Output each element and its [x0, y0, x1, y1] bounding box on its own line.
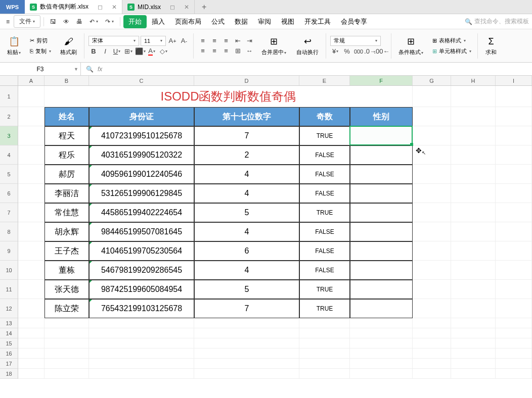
cell-A10[interactable] — [18, 261, 45, 280]
cell-E7[interactable]: TRUE — [299, 203, 350, 222]
row-header-2[interactable]: 2 — [0, 107, 18, 126]
cell-F10[interactable] — [350, 261, 413, 280]
cell-G9[interactable] — [413, 241, 451, 261]
cell-B5[interactable]: 郝厉 — [45, 165, 89, 184]
format-painter-button[interactable]: 🖌 格式刷 — [57, 34, 80, 57]
cell-A3[interactable] — [18, 126, 45, 145]
tab-close-icon[interactable]: ✕ — [112, 4, 117, 11]
cell-D3[interactable]: 7 — [194, 126, 299, 145]
cell-D6[interactable]: 4 — [194, 184, 299, 203]
cell-F8[interactable] — [350, 222, 413, 241]
cell-H7[interactable] — [451, 203, 496, 222]
col-header-A[interactable]: A — [18, 76, 45, 85]
cell-E8[interactable]: FALSE — [299, 222, 350, 241]
cell-B3[interactable]: 程天 — [45, 126, 89, 145]
cell-I11[interactable] — [496, 280, 532, 299]
cell-D17[interactable] — [194, 359, 299, 369]
undo-button[interactable]: ↶▾ — [86, 16, 101, 27]
cell-G17[interactable] — [413, 359, 451, 369]
decrease-indent-button[interactable]: ⇤ — [233, 36, 243, 45]
cell-I17[interactable] — [496, 359, 532, 369]
align-right-button[interactable]: ≡ — [221, 46, 231, 56]
cell-A6[interactable] — [18, 184, 45, 203]
row-header-5[interactable]: 5 — [0, 165, 18, 184]
cell-C4[interactable]: 403165199905120322 — [89, 145, 194, 165]
cell-F13[interactable] — [350, 318, 413, 328]
row-header-13[interactable]: 13 — [0, 318, 18, 328]
orientation-button[interactable]: ⊞ — [233, 46, 243, 56]
menu-tab-审阅[interactable]: 审阅 — [253, 15, 276, 28]
cell-B12[interactable]: 陈立荣 — [45, 299, 89, 318]
cell-H10[interactable] — [451, 261, 496, 280]
cell-F9[interactable] — [350, 241, 413, 261]
cell-C17[interactable] — [89, 359, 194, 369]
row-header-1[interactable]: 1 — [0, 86, 18, 107]
cell-F18[interactable] — [350, 369, 413, 379]
cell-H4[interactable] — [451, 145, 496, 165]
cell-D7[interactable]: 5 — [194, 203, 299, 222]
cell-D5[interactable]: 4 — [194, 165, 299, 184]
cell-G5[interactable] — [413, 165, 451, 184]
cell-H18[interactable] — [451, 369, 496, 379]
cell-H16[interactable] — [451, 349, 496, 359]
align-left-button[interactable]: ≡ — [198, 46, 208, 56]
border-button[interactable]: ⊞▾ — [123, 47, 134, 56]
cell-C2[interactable]: 身份证 — [89, 107, 194, 126]
col-header-E[interactable]: E — [299, 76, 350, 85]
cell-G13[interactable] — [413, 318, 451, 328]
cell-H15[interactable] — [451, 338, 496, 349]
row-header-18[interactable]: 18 — [0, 369, 18, 379]
cell-G4[interactable] — [413, 145, 451, 165]
cell-G6[interactable] — [413, 184, 451, 203]
copy-button[interactable]: ⎘复制▾ — [28, 46, 53, 56]
cell-D4[interactable]: 2 — [194, 145, 299, 165]
underline-button[interactable]: U▾ — [112, 47, 122, 56]
cell-D13[interactable] — [194, 318, 299, 328]
italic-button[interactable]: I — [100, 47, 110, 56]
align-middle-button[interactable]: ≡ — [209, 36, 219, 45]
cell-A9[interactable] — [18, 241, 45, 261]
cell-F11[interactable] — [350, 280, 413, 299]
cell-G3[interactable] — [413, 126, 451, 145]
cell-I16[interactable] — [496, 349, 532, 359]
table-style-button[interactable]: ⊞表格样式▾ — [430, 36, 473, 45]
cell-A7[interactable] — [18, 203, 45, 222]
cell-A17[interactable] — [18, 359, 45, 369]
new-tab-button[interactable]: + — [195, 0, 213, 14]
cell-F4[interactable] — [350, 145, 413, 165]
cell-G2[interactable] — [413, 107, 451, 126]
cell-C7[interactable]: 445865199402224654 — [89, 203, 194, 222]
cell-C16[interactable] — [89, 349, 194, 359]
menu-tab-数据[interactable]: 数据 — [230, 15, 253, 28]
print-button[interactable]: 🖶 — [73, 16, 85, 27]
menu-tab-开发工具[interactable]: 开发工具 — [299, 15, 336, 28]
decrease-decimal-button[interactable]: .00← — [377, 47, 387, 56]
cell-F16[interactable] — [350, 349, 413, 359]
cell-I3[interactable] — [496, 126, 532, 145]
col-header-I[interactable]: I — [496, 76, 532, 85]
cell-B10[interactable]: 董栋 — [45, 261, 89, 280]
cell-H8[interactable] — [451, 222, 496, 241]
menu-tab-插入[interactable]: 插入 — [147, 15, 170, 28]
cell-E4[interactable]: FALSE — [299, 145, 350, 165]
cell-I2[interactable] — [496, 107, 532, 126]
cell-A14[interactable] — [18, 328, 45, 338]
cell-I5[interactable] — [496, 165, 532, 184]
col-header-D[interactable]: D — [194, 76, 299, 85]
cell-A5[interactable] — [18, 165, 45, 184]
cell-C15[interactable] — [89, 338, 194, 349]
paste-button[interactable]: 📋 粘贴▾ — [4, 34, 24, 57]
col-header-H[interactable]: H — [451, 76, 496, 85]
row-header-9[interactable]: 9 — [0, 241, 18, 261]
cell-B18[interactable] — [45, 369, 89, 379]
cell-D8[interactable]: 4 — [194, 222, 299, 241]
redo-button[interactable]: ↷▾ — [102, 16, 117, 27]
cell-E2[interactable]: 奇数 — [299, 107, 350, 126]
cell-I13[interactable] — [496, 318, 532, 328]
fx-icon[interactable]: fx — [98, 66, 102, 73]
cell-G11[interactable] — [413, 280, 451, 299]
cell-C14[interactable] — [89, 328, 194, 338]
zoom-icon[interactable]: 🔍 — [86, 66, 94, 73]
cell-G10[interactable] — [413, 261, 451, 280]
cell-F6[interactable] — [350, 184, 413, 203]
